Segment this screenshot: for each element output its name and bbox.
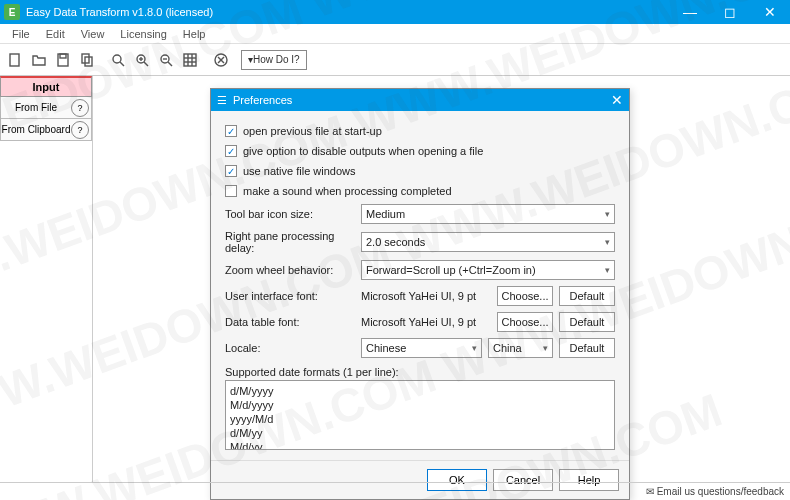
close-icon[interactable]: ✕ xyxy=(611,92,623,108)
sound-checkbox[interactable] xyxy=(225,185,237,197)
how-do-i-button[interactable]: ▾How Do I? xyxy=(241,50,307,70)
new-icon[interactable] xyxy=(4,49,26,71)
open-previous-checkbox[interactable]: ✓ xyxy=(225,125,237,137)
svg-rect-2 xyxy=(60,54,66,58)
open-icon[interactable] xyxy=(28,49,50,71)
from-file-button[interactable]: From File ? xyxy=(0,97,92,119)
svg-line-10 xyxy=(144,62,148,66)
menu-help[interactable]: Help xyxy=(175,28,214,40)
app-icon: E xyxy=(4,4,20,20)
table-font-choose-button[interactable]: Choose... xyxy=(497,312,553,332)
table-font-default-button[interactable]: Default xyxy=(559,312,615,332)
input-tab[interactable]: Input xyxy=(0,76,92,97)
preferences-icon: ☰ xyxy=(217,94,227,107)
native-windows-label: use native file windows xyxy=(243,165,356,177)
native-windows-checkbox[interactable]: ✓ xyxy=(225,165,237,177)
svg-rect-14 xyxy=(184,54,196,66)
dialog-title: Preferences xyxy=(233,94,611,106)
svg-line-13 xyxy=(168,62,172,66)
zoom-in-icon[interactable] xyxy=(131,49,153,71)
svg-line-6 xyxy=(120,62,124,66)
disable-outputs-label: give option to disable outputs when open… xyxy=(243,145,483,157)
toolbar-icon-size-label: Tool bar icon size: xyxy=(225,208,355,220)
ui-font-default-button[interactable]: Default xyxy=(559,286,615,306)
right-pane-delay-label: Right pane processing delay: xyxy=(225,230,355,254)
window-title: Easy Data Transform v1.8.0 (licensed) xyxy=(26,6,670,18)
table-font-value: Microsoft YaHei UI, 9 pt xyxy=(361,316,491,328)
toolbar: ▾How Do I? xyxy=(0,44,790,76)
zoom-icon[interactable] xyxy=(107,49,129,71)
save-icon[interactable] xyxy=(52,49,74,71)
locale-label: Locale: xyxy=(225,342,355,354)
title-bar: E Easy Data Transform v1.8.0 (licensed) … xyxy=(0,0,790,24)
grid-icon[interactable] xyxy=(179,49,201,71)
feedback-link[interactable]: Email us questions/feedback xyxy=(657,486,784,497)
ui-font-value: Microsoft YaHei UI, 9 pt xyxy=(361,290,491,302)
ui-font-choose-button[interactable]: Choose... xyxy=(497,286,553,306)
svg-point-5 xyxy=(113,55,121,63)
menu-edit[interactable]: Edit xyxy=(38,28,73,40)
from-clipboard-button[interactable]: From Clipboard ? xyxy=(0,119,92,141)
minimize-button[interactable]: — xyxy=(670,0,710,24)
locale-country-combo[interactable]: China xyxy=(488,338,553,358)
clear-icon[interactable] xyxy=(210,49,232,71)
maximize-button[interactable]: ◻ xyxy=(710,0,750,24)
menu-bar: File Edit View Licensing Help xyxy=(0,24,790,44)
disable-outputs-checkbox[interactable]: ✓ xyxy=(225,145,237,157)
ui-font-label: User interface font: xyxy=(225,290,355,302)
help-icon[interactable]: ? xyxy=(71,121,89,139)
sidebar: Input From File ? From Clipboard ? xyxy=(0,76,92,141)
locale-default-button[interactable]: Default xyxy=(559,338,615,358)
zoom-out-icon[interactable] xyxy=(155,49,177,71)
menu-view[interactable]: View xyxy=(73,28,113,40)
help-icon[interactable]: ? xyxy=(71,99,89,117)
mail-icon: ✉ xyxy=(646,486,654,497)
menu-licensing[interactable]: Licensing xyxy=(112,28,174,40)
dialog-titlebar[interactable]: ☰ Preferences ✕ xyxy=(211,89,629,111)
preferences-dialog: ☰ Preferences ✕ ✓open previous file at s… xyxy=(210,88,630,500)
locale-language-combo[interactable]: Chinese xyxy=(361,338,482,358)
from-file-label: From File xyxy=(1,102,71,113)
close-window-button[interactable]: ✕ xyxy=(750,0,790,24)
copy-icon[interactable] xyxy=(76,49,98,71)
right-pane-delay-combo[interactable]: 2.0 seconds xyxy=(361,232,615,252)
open-previous-label: open previous file at start-up xyxy=(243,125,382,137)
date-formats-textarea[interactable]: d/M/yyyy M/d/yyyy yyyy/M/d d/M/yy M/d/yy xyxy=(225,380,615,450)
sound-label: make a sound when processing completed xyxy=(243,185,452,197)
zoom-wheel-combo[interactable]: Forward=Scroll up (+Ctrl=Zoom in) xyxy=(361,260,615,280)
toolbar-icon-size-combo[interactable]: Medium xyxy=(361,204,615,224)
status-bar: ✉ Email us questions/feedback xyxy=(0,482,790,500)
zoom-wheel-label: Zoom wheel behavior: xyxy=(225,264,355,276)
from-clipboard-label: From Clipboard xyxy=(1,124,71,135)
date-formats-label: Supported date formats (1 per line): xyxy=(225,361,615,380)
table-font-label: Data table font: xyxy=(225,316,355,328)
menu-file[interactable]: File xyxy=(4,28,38,40)
svg-rect-0 xyxy=(10,54,19,66)
